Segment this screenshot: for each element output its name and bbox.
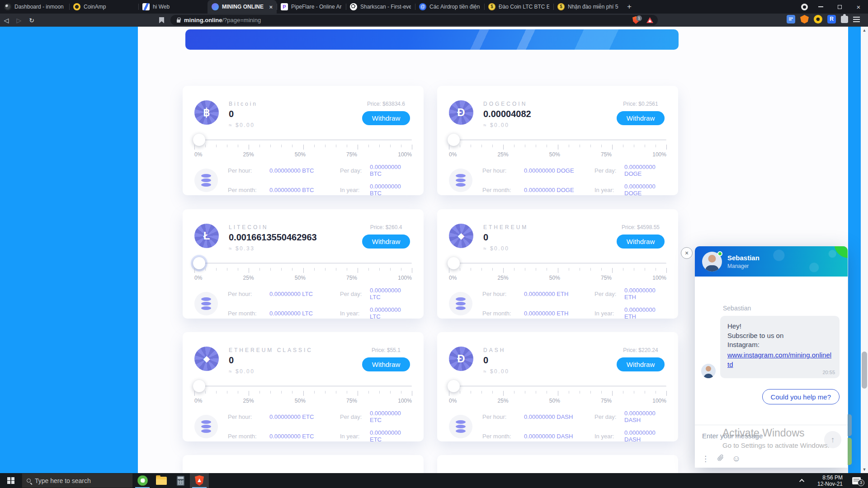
mining-power-slider[interactable]: 0%25%50%75%100% [194,263,412,281]
message-author: Sebastian [723,305,848,312]
slider-track[interactable] [194,139,412,141]
more-options-icon[interactable]: ⋮ [702,454,709,464]
in-year-value: 0.00000000 DOGE [624,183,666,197]
tab-coinamp[interactable]: CoinAmp [69,0,138,14]
r-extension-icon[interactable]: R [827,15,836,23]
browser-menu-icon[interactable] [853,17,860,22]
dash-coin-icon: Đ [449,347,473,371]
minimize-button[interactable] [811,0,830,14]
withdraw-button[interactable]: Withdraw [362,357,410,371]
mining-power-slider[interactable]: 0%25%50%75%100% [194,139,412,158]
address-bar[interactable]: mining.online /?page=mining 1 [170,15,658,25]
reload-button[interactable]: ↻ [25,17,38,24]
slider-track[interactable] [449,385,666,387]
attach-icon[interactable] [717,454,724,464]
mining-power-slider[interactable]: 0%25%50%75%100% [449,263,666,281]
mining-power-slider[interactable]: 0%25%50%75%100% [449,385,666,404]
slider-thumb[interactable] [193,380,205,392]
slider-thumb[interactable] [448,257,460,269]
slider-track[interactable] [449,263,666,264]
slider-thumb[interactable] [448,134,460,146]
withdraw-button[interactable]: Withdraw [362,111,410,125]
adguard-icon[interactable] [646,17,653,23]
taskbar-search[interactable] [22,473,133,488]
tab-mining-online[interactable]: MINING ONLINE× [208,0,277,14]
bookmark-icon[interactable] [159,17,164,23]
window-close-button[interactable]: × [849,0,868,14]
per-day-value: 0.00000000 BTC [370,164,412,177]
taskbar-app-green[interactable] [133,473,152,488]
calculator-icon [177,476,184,486]
slider-track[interactable] [194,385,412,387]
chat-message-area: Sebastian Hey! Subscribe to us on Instag… [695,277,848,425]
taskbar-clock[interactable]: 8:56 PM 12-Nov-21 [809,473,844,488]
coin-title: Bitcoin [229,101,258,107]
folder-icon [156,477,167,485]
mining-power-slider[interactable]: 0%25%50%75%100% [194,385,412,404]
tab-dao-coin[interactable]: $Đào Coin LTC BTC ETH đã c [484,0,553,14]
bitcoin-coin-icon: ฿ [194,100,219,125]
tab-favicon: @ [419,3,426,10]
withdraw-button[interactable]: Withdraw [617,111,665,125]
slider-track[interactable] [449,139,666,141]
tab-hi-web[interactable]: hi Web [138,0,208,14]
withdraw-button[interactable]: Withdraw [362,235,410,249]
wallet-extension-icon[interactable] [814,15,822,23]
new-tab-button[interactable]: + [623,0,636,14]
maximize-button[interactable] [830,0,849,14]
slider-thumb[interactable] [193,134,205,146]
chevron-up-icon [799,479,804,483]
taskbar-calculator[interactable] [171,473,190,488]
start-button[interactable] [0,473,22,488]
emoji-icon[interactable]: ☺ [732,454,741,464]
chat-message-input[interactable] [702,432,808,440]
extensions-puzzle-icon[interactable] [841,16,848,23]
per-day-value: 0.00000000 DOGE [624,164,666,177]
green-app-icon [137,475,148,486]
slider-thumb[interactable] [193,257,205,269]
action-center-button[interactable]: 3 [844,473,868,488]
lock-icon [177,19,180,23]
back-button[interactable]: ◁ [0,17,13,24]
mining-power-slider[interactable]: 0%25%50%75%100% [449,139,666,158]
tab-pipeflare[interactable]: PPipeFlare - Online Arcade A [277,0,346,14]
page-scrollbar[interactable]: ▲ ▼ [861,27,868,473]
scroll-up-icon[interactable]: ▲ [861,27,868,34]
browser-toolbar: ◁ ▷ ↻ mining.online /?page=mining 1 [0,14,868,27]
taskbar-file-explorer[interactable] [152,473,171,488]
withdraw-button[interactable]: Withdraw [617,235,665,249]
url-path: /?page=mining [222,17,261,23]
instagram-link[interactable]: www.instagram.com/mining.onlineltd [727,351,832,369]
chat-close-button[interactable]: × [681,247,693,259]
slider-thumb[interactable] [448,380,460,392]
slider-ticks [449,391,666,396]
forward-button[interactable]: ▷ [13,17,25,24]
slider-track[interactable] [194,263,412,264]
scroll-down-icon[interactable]: ▼ [861,466,868,473]
translate-extension-icon[interactable] [787,15,795,23]
tab-favicon [212,3,219,10]
per-hour-value: 0.00000000 LTC [269,291,340,297]
tab-dashboard-inmoon[interactable]: Dashboard - inmoon [0,0,69,14]
chat-input-area: ↑ ⋮ ☺ [695,425,848,468]
quick-reply-button[interactable]: Could you help me? [762,389,840,404]
tab-nhan-dao[interactable]: $Nhận đào miễn phí 5000 SU [553,0,623,14]
taskbar-brave[interactable] [190,473,209,488]
tab-sharkscan[interactable]: Sharkscan - First-ever Crypt [346,0,415,14]
withdraw-button[interactable]: Withdraw [617,357,665,371]
tray-show-hidden-icons[interactable] [796,473,809,488]
slider-labels: 0%25%50%75%100% [449,275,666,281]
slider-ticks [449,268,666,273]
scrollbar-thumb[interactable] [862,352,867,389]
profile-avatar-button[interactable] [797,0,811,14]
metamask-extension-icon[interactable] [800,15,809,23]
tab-close-icon[interactable]: × [269,4,273,10]
taskbar-search-input[interactable] [35,477,121,484]
send-button[interactable]: ↑ [824,431,841,448]
per-month-value: 0.00000000 ETH [524,310,594,317]
coin-balance: 0 [229,109,258,118]
slider-labels: 0%25%50%75%100% [449,398,666,404]
tab-cac-airdrop[interactable]: @Các Airdrop tiền điện tử độ [415,0,484,14]
agent-avatar-small [701,364,716,378]
promo-banner[interactable] [185,29,679,50]
